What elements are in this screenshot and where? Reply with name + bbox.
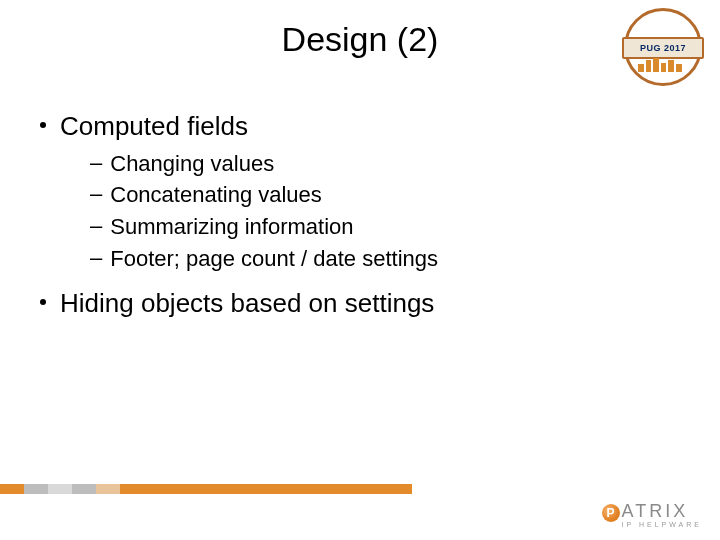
accent-segment <box>72 484 96 494</box>
badge-skyline <box>634 58 692 72</box>
brand-logo: P ATRIX IP HELPWARE <box>602 501 702 528</box>
brand-tagline: IP HELPWARE <box>622 521 702 528</box>
sub-bullet-item: – Concatenating values <box>90 180 680 210</box>
sub-bullet-list: – Changing values – Concatenating values… <box>90 149 680 274</box>
badge-label: PUG 2017 <box>640 43 686 53</box>
conference-badge: PUG 2017 <box>624 8 702 86</box>
footer-accent-bar <box>0 484 412 494</box>
sub-bullet-item: – Footer; page count / date settings <box>90 244 680 274</box>
bullet-dot-icon <box>40 299 46 305</box>
brand-name: P ATRIX <box>602 501 702 522</box>
bullet-text: Computed fields <box>60 110 248 143</box>
dash-icon: – <box>90 244 102 273</box>
accent-segment <box>24 484 48 494</box>
bullet-dot-icon <box>40 122 46 128</box>
sub-bullet-text: Changing values <box>110 149 274 179</box>
accent-segment <box>96 484 120 494</box>
content-area: Computed fields – Changing values – Conc… <box>40 100 680 320</box>
brand-text: ATRIX <box>622 501 689 522</box>
sub-bullet-text: Concatenating values <box>110 180 322 210</box>
accent-segment <box>48 484 72 494</box>
slide-title: Design (2) <box>0 20 720 59</box>
sub-bullet-text: Footer; page count / date settings <box>110 244 438 274</box>
bullet-text: Hiding objects based on settings <box>60 287 434 320</box>
accent-segment <box>0 484 24 494</box>
sub-bullet-item: – Changing values <box>90 149 680 179</box>
dash-icon: – <box>90 180 102 209</box>
bullet-item: Computed fields <box>40 110 680 143</box>
brand-p-icon: P <box>602 504 620 522</box>
sub-bullet-item: – Summarizing information <box>90 212 680 242</box>
slide: Design (2) PUG 2017 Computed fields – Ch… <box>0 0 720 540</box>
dash-icon: – <box>90 149 102 178</box>
bullet-item: Hiding objects based on settings <box>40 287 680 320</box>
dash-icon: – <box>90 212 102 241</box>
sub-bullet-text: Summarizing information <box>110 212 353 242</box>
badge-ribbon: PUG 2017 <box>622 37 704 59</box>
accent-segment <box>120 484 412 494</box>
